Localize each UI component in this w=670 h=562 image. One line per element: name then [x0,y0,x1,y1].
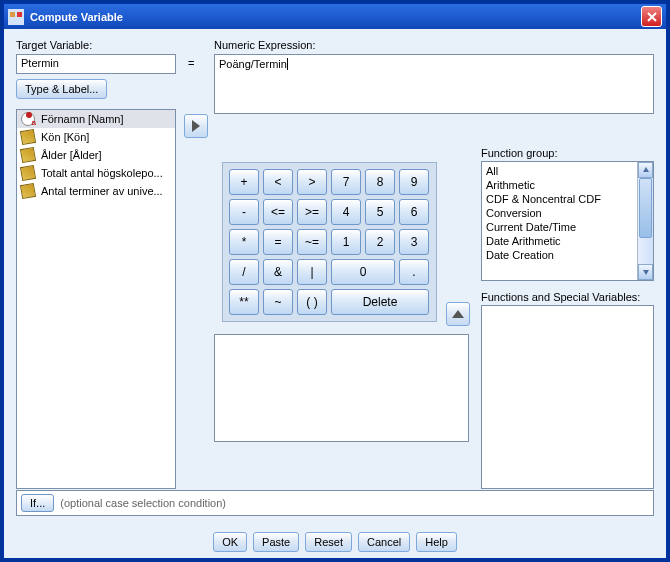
compute-variable-dialog: Compute Variable Target Variable: Ptermi… [3,3,667,559]
keypad-( )[interactable]: ( ) [297,289,327,315]
keypad-8[interactable]: 8 [365,169,395,195]
numeric-expression-value: Poäng/Termin [219,58,287,70]
variable-row[interactable]: Förnamn [Namn] [17,110,175,128]
keypad-7[interactable]: 7 [331,169,361,195]
numeric-expression-input[interactable]: Poäng/Termin [214,54,654,114]
scale-icon [20,129,36,145]
nominal-icon [21,112,35,126]
keypad-|[interactable]: | [297,259,327,285]
keypad-3[interactable]: 3 [399,229,429,255]
keypad-0[interactable]: 0 [331,259,395,285]
keypad-&[interactable]: & [263,259,293,285]
function-group-item[interactable]: All [486,164,633,178]
app-icon [8,9,24,25]
insert-function-button[interactable] [446,302,470,326]
function-group-item[interactable]: Arithmetic [486,178,633,192]
keypad-2[interactable]: 2 [365,229,395,255]
functions-special-list[interactable] [481,305,654,489]
scroll-down-button[interactable] [638,264,653,280]
function-group-item[interactable]: Current Date/Time [486,220,633,234]
scale-icon [20,183,36,199]
close-button[interactable] [641,6,662,27]
keypad-+[interactable]: + [229,169,259,195]
help-button[interactable]: Help [416,532,457,552]
text-cursor [287,58,288,70]
keypad--[interactable]: - [229,199,259,225]
scrollbar[interactable] [637,162,653,280]
variable-row[interactable]: Antal terminer av unive... [17,182,175,200]
dialog-buttons: OK Paste Reset Cancel Help [4,532,666,552]
function-group-item[interactable]: CDF & Noncentral CDF [486,192,633,206]
close-icon [647,12,657,22]
window-title: Compute Variable [30,11,123,23]
variable-label: Kön [Kön] [41,131,89,143]
description-box [214,334,469,442]
keypad-/[interactable]: / [229,259,259,285]
keypad-=[interactable]: = [263,229,293,255]
scroll-thumb[interactable] [639,178,652,238]
function-group-item[interactable]: Conversion [486,206,633,220]
target-variable-value: Ptermin [21,57,59,69]
scale-icon [20,147,36,163]
keypad->[interactable]: > [297,169,327,195]
keypad-delete[interactable]: Delete [331,289,429,315]
variable-label: Förnamn [Namn] [41,113,124,125]
keypad-~[interactable]: ~ [263,289,293,315]
titlebar[interactable]: Compute Variable [4,4,666,29]
keypad-5[interactable]: 5 [365,199,395,225]
variable-row[interactable]: Ålder [Ålder] [17,146,175,164]
keypad-4[interactable]: 4 [331,199,361,225]
target-variable-label: Target Variable: [16,39,92,51]
keypad->=[interactable]: >= [297,199,327,225]
function-group-list[interactable]: AllArithmeticCDF & Noncentral CDFConvers… [481,161,654,281]
cancel-button[interactable]: Cancel [358,532,410,552]
paste-button[interactable]: Paste [253,532,299,552]
keypad-.[interactable]: . [399,259,429,285]
function-group-item[interactable]: Date Creation [486,248,633,262]
variable-label: Ålder [Ålder] [41,149,102,161]
keypad-1[interactable]: 1 [331,229,361,255]
if-button[interactable]: If... [21,494,54,512]
variable-row[interactable]: Totalt antal högskolepo... [17,164,175,182]
keypad-~=[interactable]: ~= [297,229,327,255]
variable-label: Antal terminer av unive... [41,185,163,197]
reset-button[interactable]: Reset [305,532,352,552]
keypad-*[interactable]: * [229,229,259,255]
if-description: (optional case selection condition) [60,497,226,509]
keypad-6[interactable]: 6 [399,199,429,225]
if-condition-bar: If... (optional case selection condition… [16,490,654,516]
keypad-9[interactable]: 9 [399,169,429,195]
equals-sign: = [188,57,194,69]
functions-special-label: Functions and Special Variables: [481,291,640,303]
type-label-button[interactable]: Type & Label... [16,79,107,99]
function-group-item[interactable]: Date Arithmetic [486,234,633,248]
move-to-expression-button[interactable] [184,114,208,138]
scale-icon [20,165,36,181]
numeric-expression-label: Numeric Expression: [214,39,315,51]
variable-row[interactable]: Kön [Kön] [17,128,175,146]
scroll-up-button[interactable] [638,162,653,178]
arrow-up-icon [452,310,464,318]
target-variable-input[interactable]: Ptermin [16,54,176,74]
keypad: +<>789-<=>=456*=~=123/&|0.**~( )Delete [222,162,437,322]
variable-label: Totalt antal högskolepo... [41,167,163,179]
keypad-<[interactable]: < [263,169,293,195]
keypad-<=[interactable]: <= [263,199,293,225]
keypad-**[interactable]: ** [229,289,259,315]
arrow-right-icon [192,120,200,132]
ok-button[interactable]: OK [213,532,247,552]
function-group-label: Function group: [481,147,557,159]
dialog-content: Target Variable: Ptermin = Type & Label.… [4,29,666,558]
variable-list[interactable]: Förnamn [Namn]Kön [Kön]Ålder [Ålder]Tota… [16,109,176,489]
